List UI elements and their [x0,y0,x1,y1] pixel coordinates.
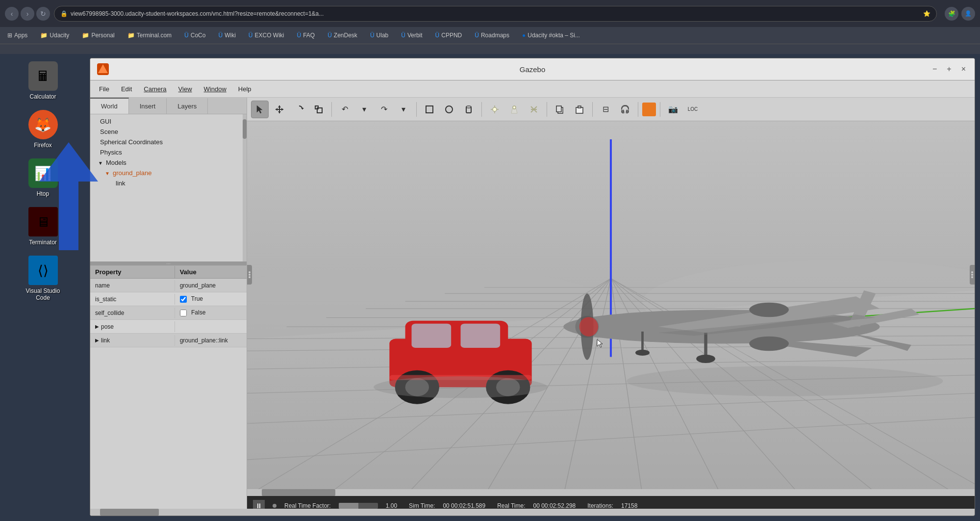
minimize-button[interactable]: − [930,64,940,75]
viewport-right-handle[interactable] [970,265,975,285]
wiki-icon: Ü [218,32,223,39]
bookmark-apps[interactable]: ⊞ Apps [5,31,30,40]
bookmark-okta[interactable]: ● Udacity #okta – Si... [520,31,582,40]
screenshot-button[interactable]: 📷 [664,101,682,118]
svg-point-80 [249,274,251,276]
sim-time-value: 00 00:02:51.589 [443,502,485,509]
select-tool-button[interactable] [251,101,269,118]
bookmark-wiki[interactable]: Ü Wiki [216,31,238,40]
menu-window[interactable]: Window [199,83,231,95]
menu-edit[interactable]: Edit [116,83,137,95]
move-tool-button[interactable] [271,101,288,118]
bookmark-ulab[interactable]: Ü Ulab [368,31,391,40]
prop-row-link[interactable]: ▶ link ground_plane::link [90,334,247,347]
bookmark-coco[interactable]: Ü CoCo [182,31,208,40]
forward-button[interactable]: › [21,7,34,21]
back-button[interactable]: ‹ [5,7,19,21]
undo-button[interactable]: ↶ [336,101,353,118]
is-static-label: True [191,295,203,302]
prop-header: Property Value [90,266,247,279]
menu-view[interactable]: View [174,83,197,95]
menu-file[interactable]: File [94,83,114,95]
tab-world[interactable]: World [90,98,129,114]
scale-tool-button[interactable] [310,101,327,118]
directional-light-button[interactable] [525,101,543,118]
tab-layers[interactable]: Layers [167,98,208,114]
box-tool-button[interactable] [421,101,438,118]
gazebo-menubar: File Edit Camera View Window Help [90,80,975,98]
tree-spherical-coords[interactable]: Spherical Coordinates [90,137,247,147]
paste-button[interactable] [571,101,588,118]
lock-icon: 🔒 [60,10,68,17]
apps-icon: ⊞ [7,32,12,39]
tree-gui[interactable]: GUI [90,116,247,127]
bookmark-terminal[interactable]: 📁 Terminal.com [125,31,174,40]
menu-camera[interactable]: Camera [139,83,171,95]
svg-point-83 [971,274,973,276]
personal-label: Personal [91,32,114,39]
snap-button[interactable]: 🎧 [616,101,634,118]
prop-row-pose[interactable]: ▶ pose [90,320,247,334]
bookmark-personal[interactable]: 📁 Personal [79,31,117,40]
viewport-left-handle[interactable] [247,265,252,285]
bookmark-udacity[interactable]: 📁 Udacity [38,31,72,40]
svg-point-79 [249,271,251,273]
panel-tree-content: GUI Scene Spherical Coordinates Physics … [90,114,247,261]
reload-button[interactable]: ↻ [36,7,50,21]
verbit-icon: Ü [401,32,405,39]
panel-scrollbar[interactable] [243,114,247,261]
copy-button[interactable] [551,101,569,118]
loc-button[interactable]: LOC [684,101,702,118]
bookmark-roadmaps[interactable]: Ü Roadmaps [472,31,512,40]
tree-link[interactable]: link [90,178,247,188]
tab-insert[interactable]: Insert [129,98,167,114]
bookmark-cppnd[interactable]: Ü CPPND [433,31,465,40]
toolbar-sep-5 [592,102,593,117]
desktop-icon-vscode[interactable]: ⟨⟩ Visual Studio Code [21,256,65,301]
maximize-button[interactable]: + [944,64,954,75]
viewport: ↶ ▾ ↷ ▾ [247,98,975,516]
align-button[interactable]: ⊟ [597,101,614,118]
redo-dropdown[interactable]: ▾ [395,101,412,118]
bookmark-zendesk[interactable]: Ü ZenDesk [325,31,360,40]
close-button[interactable]: × [958,64,969,75]
spot-light-button[interactable] [505,101,523,118]
menu-help[interactable]: Help [233,83,256,95]
profile-icon: 👤 [961,7,975,21]
bookmark-exco-wiki[interactable]: Ü EXCO Wiki [246,31,287,40]
rotate-tool-button[interactable] [290,101,308,118]
tree-physics[interactable]: Physics [90,147,247,157]
desktop-icon-calculator[interactable]: 🖩 Calculator [21,61,65,100]
address-bar[interactable]: 🔒 view67998985-3000.udacity-student-work… [54,6,937,22]
sphere-tool-button[interactable] [440,101,458,118]
cylinder-tool-button[interactable] [460,101,477,118]
scene-3d[interactable] [247,121,975,496]
svg-point-71 [749,337,789,351]
svg-rect-28 [576,107,583,113]
svg-marker-0 [39,142,98,250]
window-bottom-scrollbar[interactable] [90,509,975,516]
tree-ground-plane[interactable]: ground_plane [90,168,247,178]
undo-dropdown[interactable]: ▾ [355,101,373,118]
property-table: Property Value name ground_plane is_stat… [90,265,247,347]
svg-point-77 [374,376,548,398]
bookmark-verbit[interactable]: Ü Verbit [399,31,425,40]
tree-scene[interactable]: Scene [90,127,247,137]
bookmark-faq[interactable]: Ü FAQ [294,31,317,40]
svg-marker-5 [278,105,281,107]
zendesk-icon: Ü [327,32,332,39]
zendesk-label: ZenDesk [334,32,357,39]
prop-cell-self-collide-key: self_collide [90,308,175,318]
prop-header-property: Property [90,266,175,278]
self-collide-checkbox[interactable] [180,310,187,316]
toolbar-sep-1 [331,102,332,117]
coco-label: CoCo [191,32,206,39]
panel-resize-handle[interactable]: ··· [90,261,247,265]
viewport-scrollbar[interactable] [247,489,975,496]
svg-rect-27 [556,106,561,112]
tree-models[interactable]: Models [90,157,247,168]
is-static-checkbox[interactable] [180,296,187,303]
material-color-button[interactable] [642,103,656,116]
point-light-button[interactable] [486,101,503,118]
redo-button[interactable]: ↷ [375,101,393,118]
